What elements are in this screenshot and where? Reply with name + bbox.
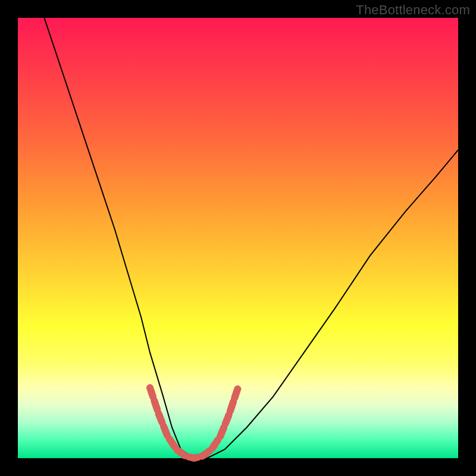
bottleneck-curve bbox=[44, 18, 458, 458]
plot-area bbox=[18, 18, 458, 458]
watermark-text: TheBottleneck.com bbox=[356, 2, 470, 18]
chart-frame: TheBottleneck.com bbox=[0, 0, 476, 476]
curve-layer bbox=[18, 18, 458, 458]
